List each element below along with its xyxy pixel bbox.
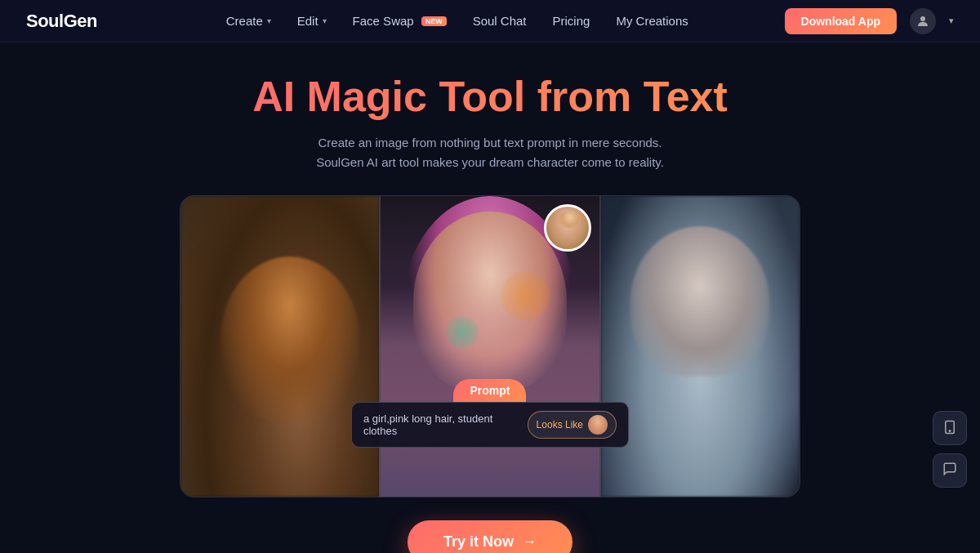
nav-right: Download App ▾: [785, 8, 954, 34]
looks-like-label: Looks Like: [537, 419, 583, 430]
faceswap-new-badge: NEW: [421, 16, 447, 26]
person-silhouette-right: [601, 196, 800, 497]
hero-title: AI Magic Tool from Text: [252, 74, 728, 120]
nav-mycreations[interactable]: My Creations: [616, 14, 688, 28]
side-buttons: [933, 411, 967, 488]
svg-point-2: [949, 430, 951, 431]
try-it-now-label: Try it Now: [443, 533, 514, 551]
person-silhouette-left: [180, 196, 379, 497]
nav-edit[interactable]: Edit ▾: [297, 14, 327, 28]
try-it-now-button[interactable]: Try it Now →: [408, 520, 572, 553]
download-app-button[interactable]: Download App: [785, 8, 897, 34]
demo-card: Prompt a girl,pink long hair, student cl…: [180, 195, 800, 497]
demo-panel-right: [601, 196, 800, 497]
try-it-now-arrow-icon: →: [522, 533, 537, 551]
svg-point-0: [920, 16, 925, 21]
navbar: SoulGen Create ▾ Edit ▾ Face Swap NEW So…: [0, 0, 980, 42]
cta-row: Try it Now →: [408, 520, 572, 553]
prompt-input-row[interactable]: a girl,pink long hair, student clothes L…: [351, 402, 629, 448]
chat-side-icon: [942, 462, 957, 479]
logo[interactable]: SoulGen: [26, 11, 97, 32]
chat-side-button[interactable]: [933, 453, 967, 488]
avatar-dropdown-arrow-icon[interactable]: ▾: [949, 16, 954, 26]
app-side-icon: [942, 420, 957, 437]
nav-faceswap[interactable]: Face Swap NEW: [353, 14, 447, 28]
looks-like-avatar: [588, 415, 608, 435]
user-avatar[interactable]: [910, 8, 936, 34]
hero-subtitle: Create an image from nothing but text pr…: [316, 133, 664, 172]
app-side-button[interactable]: [933, 411, 967, 445]
nav-soulchat[interactable]: Soul Chat: [473, 14, 527, 28]
hero-section: AI Magic Tool from Text Create an image …: [0, 42, 980, 553]
prompt-overlay: Prompt a girl,pink long hair, student cl…: [351, 379, 629, 448]
prompt-text-value: a girl,pink long hair, student clothes: [363, 413, 519, 437]
nav-create[interactable]: Create ▾: [226, 14, 271, 28]
looks-like-button[interactable]: Looks Like: [528, 411, 617, 439]
edit-arrow-icon: ▾: [323, 16, 327, 25]
nav-pricing[interactable]: Pricing: [553, 14, 590, 28]
demo-panel-center: Prompt a girl,pink long hair, student cl…: [379, 196, 601, 497]
create-arrow-icon: ▾: [267, 16, 271, 25]
nav-links: Create ▾ Edit ▾ Face Swap NEW Soul Chat …: [130, 14, 785, 28]
prompt-label: Prompt: [453, 379, 526, 402]
demo-panel-left: [180, 196, 379, 497]
face-swap-source-avatar: [544, 204, 591, 252]
